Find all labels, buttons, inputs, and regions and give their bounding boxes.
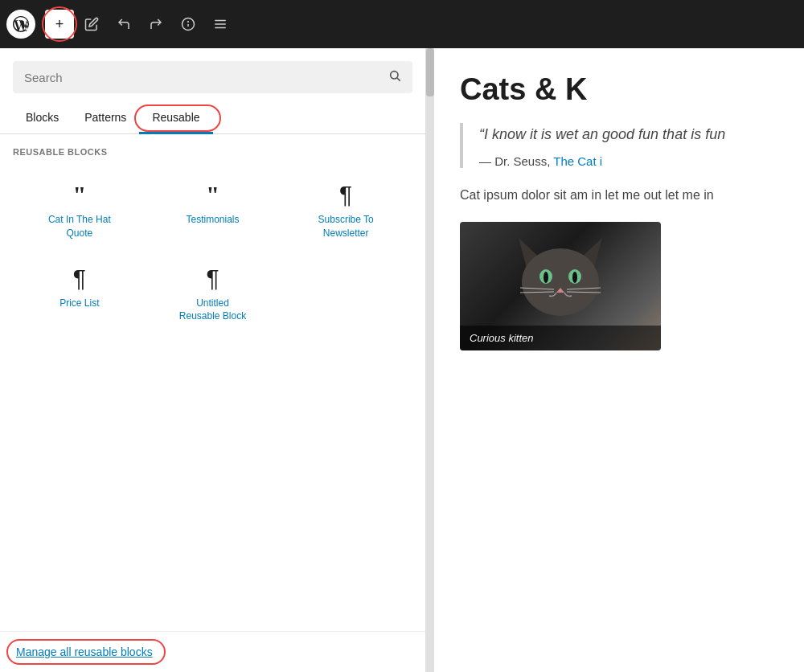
block-label-price-list: Price List [59,297,99,310]
block-item-untitled[interactable]: ¶ UntitledReusable Block [146,253,280,337]
svg-point-6 [391,72,398,79]
svg-point-10 [522,248,599,316]
section-header: REUSABLE BLOCKS [0,134,425,163]
block-icon-subscribe: ¶ [339,182,352,207]
body-text: Cat ipsum dolor sit am in let me out let… [460,184,778,206]
manage-link-area: Manage all reusable blocks [0,631,425,672]
post-image: Curious kitten [460,222,661,350]
block-label-untitled: UntitledReusable Block [179,297,246,324]
list-view-button[interactable] [206,10,235,39]
post-title: Cats & K [460,72,778,107]
add-icon: + [55,16,64,33]
scrollbar-track[interactable] [426,48,434,672]
quote-block: “I know it is wet an good fun that is fu… [460,123,778,168]
search-box [13,61,412,93]
tab-reusable-wrapper: Reusable [139,103,212,133]
quote-link[interactable]: The Cat i [553,154,602,168]
quote-cite: — Dr. Seuss, The Cat i [479,154,778,168]
quote-content: “I know it is wet an good fun that is fu… [479,126,725,142]
info-button[interactable] [174,10,203,39]
image-caption: Curious kitten [460,326,661,350]
block-label-testimonials: Testimonials [186,213,239,227]
cat-svg [512,230,609,318]
svg-point-13 [544,272,548,283]
main-area: Blocks Patterns Reusable REUSABLE BLOCKS… [0,48,804,672]
block-label-subscribe: Subscribe ToNewsletter [318,213,374,240]
scrollbar-thumb[interactable] [426,48,434,96]
tab-blocks[interactable]: Blocks [13,103,72,134]
toolbar: + [0,0,804,48]
search-button[interactable] [388,69,401,85]
block-icon-cat-quote: " [73,182,87,207]
left-panel: Blocks Patterns Reusable REUSABLE BLOCKS… [0,48,426,672]
block-icon-untitled: ¶ [206,266,219,290]
add-block-button[interactable]: + [45,10,74,39]
blocks-grid: " Cat In The HatQuote " Testimonials ¶ S… [0,163,425,342]
tab-bar: Blocks Patterns Reusable [0,103,425,134]
block-icon-price-list: ¶ [73,266,86,290]
redo-button[interactable] [142,10,170,39]
manage-reusable-blocks-link[interactable]: Manage all reusable blocks [16,645,153,658]
quote-text: “I know it is wet an good fun that is fu… [479,123,778,146]
block-label-cat-quote: Cat In The HatQuote [48,213,111,240]
quote-attribution: — Dr. Seuss, [479,154,553,168]
block-item-subscribe[interactable]: ¶ Subscribe ToNewsletter [279,170,412,253]
right-panel: Cats & K “I know it is wet an good fun t… [434,48,804,672]
block-item-price-list[interactable]: ¶ Price List [13,253,146,337]
search-input[interactable] [24,71,382,84]
block-item-cat-quote[interactable]: " Cat In The HatQuote [13,170,146,253]
wp-logo [6,10,35,39]
tab-reusable[interactable]: Reusable [139,103,212,134]
edit-button[interactable] [77,10,106,39]
tab-patterns[interactable]: Patterns [72,103,139,134]
undo-button[interactable] [109,10,138,39]
block-icon-testimonials: " [206,182,219,207]
svg-point-14 [572,272,577,283]
block-item-testimonials[interactable]: " Testimonials [146,170,280,253]
svg-line-7 [397,78,400,81]
manage-link-label: Manage all reusable blocks [16,645,153,658]
